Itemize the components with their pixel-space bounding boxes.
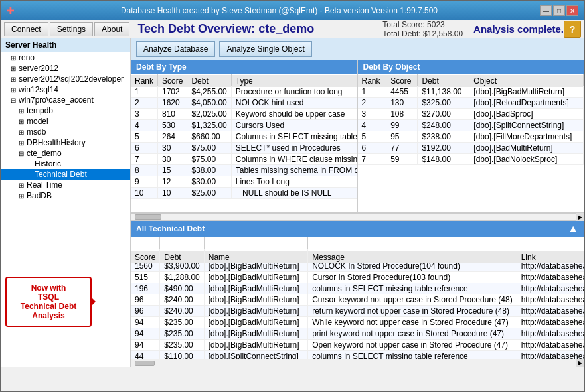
sidebar-item[interactable]: ⊞server2012	[1, 63, 130, 74]
tables-scroll-thumb[interactable]	[135, 214, 161, 220]
table-cell: print keyword not upper case in Stored P…	[308, 328, 517, 340]
title-bar: ✚ Database Health created by Steve Stedm…	[1, 1, 584, 20]
sidebar-item[interactable]: Historic	[1, 159, 130, 169]
table-cell: $25.00	[187, 188, 231, 199]
table-cell: $75.00	[187, 154, 231, 165]
window-controls: — □ ✕	[540, 5, 578, 16]
table-row[interactable]: 4530$1,325.00Cursors Used	[131, 120, 358, 131]
table-cell: $192.00	[418, 143, 469, 154]
table-cell: 94	[131, 317, 160, 328]
bottom-scroll-thumb[interactable]	[135, 361, 155, 366]
table-cell: 59	[386, 154, 418, 165]
table-cell: [dbo].[SplitConnectString]	[469, 120, 584, 131]
table-cell: $235.00	[160, 328, 204, 340]
settings-button[interactable]: Settings	[50, 22, 93, 36]
table-cell: Open keyword not upper case in Stored Pr…	[308, 340, 517, 351]
table-row[interactable]: 11702$4,255.00Procedure or function too …	[131, 86, 358, 98]
analyze-single-object-button[interactable]: Analyze Single Object	[219, 41, 311, 57]
column-header: Rank	[131, 75, 158, 88]
table-cell: $660.00	[187, 131, 231, 143]
table-row[interactable]: 44$110.00[dbo].[SplitConnectString]colum…	[131, 351, 584, 359]
server-health-header: Server Health	[1, 38, 130, 52]
sidebar-item[interactable]: ⊞server2012\sql2012developer	[1, 74, 130, 84]
table-cell: 7	[358, 154, 386, 165]
sidebar-item[interactable]: ⊞msdb	[1, 127, 130, 137]
column-header: Message	[308, 251, 517, 264]
title-bar-text: Database Health created by Steve Stedman…	[19, 6, 540, 15]
table-cell: 15	[158, 165, 187, 176]
table-row[interactable]: 730$75.00Columns in WHERE clause missing…	[131, 154, 358, 165]
close-button[interactable]: ✕	[566, 5, 578, 16]
table-cell: 96	[131, 306, 160, 317]
tree-container: ⊞reno⊞server2012⊞server2012\sql2012devel…	[1, 52, 130, 201]
table-row[interactable]: 815$38.00Tables missing schema in FROM c…	[131, 165, 358, 176]
table-cell: $248.00	[418, 120, 469, 131]
table-row[interactable]: 595$238.00[dbo].[FillMoreDepartments]	[358, 131, 584, 143]
sidebar-item[interactable]: ⊞model	[1, 116, 130, 127]
table-row[interactable]: 630$75.00SELECT* used in Procedures	[131, 143, 358, 154]
table-row[interactable]: 94$235.00[dbo].[BigBadMultiReturn]Open k…	[131, 340, 584, 351]
restore-button[interactable]: □	[553, 5, 565, 16]
sidebar-item[interactable]: ⊞tempdb	[1, 105, 130, 116]
table-row[interactable]: 1010$25.00= NULL should be IS NULL	[131, 188, 358, 199]
table-cell: 515	[131, 272, 160, 283]
table-cell: Lines Too Long	[231, 176, 357, 188]
table-cell: SELECT* used in Procedures	[231, 143, 357, 154]
column-header: Object	[469, 75, 584, 88]
table-cell: 95	[386, 131, 418, 143]
scroll-up-btn[interactable]: ▲	[568, 223, 578, 235]
sidebar-item[interactable]: Technical Debt	[1, 169, 130, 180]
table-row[interactable]: 5264$660.00Columns in SELECT missing tab…	[131, 131, 358, 143]
table-cell: 810	[158, 109, 187, 120]
sidebar-item[interactable]: ⊞win12sql14	[1, 84, 130, 95]
all-technical-debt-table-wrap[interactable]: ScoreDebtNameMessageLink 1702$4,255.00[d…	[131, 237, 584, 359]
table-cell: 30	[158, 143, 187, 154]
table-row[interactable]: 759$148.00[dbo].[BadNolockSproc]	[358, 154, 584, 165]
debt-by-object-section: Debt By Object RankScoreDebtObject 14455…	[358, 60, 584, 212]
connect-button[interactable]: Connect	[4, 22, 48, 36]
table-row[interactable]: 196$490.00[dbo].[BigBadMultiReturn]colum…	[131, 283, 584, 294]
debt-by-type-section: Debt By Type RankScoreDebtType 11702$4,2…	[131, 60, 358, 212]
table-cell: 6	[358, 143, 386, 154]
sidebar-item[interactable]: ⊞BadDB	[1, 190, 130, 201]
table-cell: $148.00	[418, 154, 469, 165]
about-button[interactable]: About	[94, 22, 129, 36]
tables-scrollbar[interactable]: ▶	[131, 213, 584, 221]
bottom-scroll-right-btn[interactable]: ▶	[576, 359, 584, 367]
table-row[interactable]: 499$248.00[dbo].[SplitConnectString]	[358, 120, 584, 131]
table-row[interactable]: 677$192.00[dbo].[BadMultiReturn]	[358, 143, 584, 154]
table-cell: $4,255.00	[187, 86, 231, 98]
table-row[interactable]: 3108$270.00[dbo].[BadSproc]	[358, 109, 584, 120]
table-row[interactable]: 21620$4,050.00NOLOCK hint used	[131, 98, 358, 109]
table-row[interactable]: 96$240.00[dbo].[BigBadMultiReturn]Cursor…	[131, 294, 584, 306]
column-header: Score	[131, 251, 160, 264]
sidebar-item[interactable]: ⊞reno	[1, 52, 130, 63]
table-row[interactable]: 515$1,288.00[dbo].[BigBadMultiReturn]Cur…	[131, 272, 584, 283]
table-cell: http://databasehealth.com/TechnicalD...	[517, 272, 584, 283]
table-row[interactable]: 3810$2,025.00Keyword should be upper cas…	[131, 109, 358, 120]
table-cell: http://databasehealth.com/TechnicalD...	[517, 351, 584, 359]
table-row[interactable]: 94$235.00[dbo].[BigBadMultiReturn]While …	[131, 317, 584, 328]
analyze-database-button[interactable]: Analyze Database	[136, 41, 215, 57]
table-row[interactable]: 2130$325.00[dbo].[ReloadDepartments]	[358, 98, 584, 109]
content-area: Server Health ⊞reno⊞server2012⊞server201…	[1, 38, 584, 367]
table-row[interactable]: 14455$11,138.00[dbo].[BigBadMultiReturn]	[358, 86, 584, 98]
table-row[interactable]: 912$30.00Lines Too Long	[131, 176, 358, 188]
table-cell: http://databasehealth.com/TechnicalD...	[517, 283, 584, 294]
table-cell: http://databasehealth.com/TechnicalD...	[517, 294, 584, 306]
minimize-button[interactable]: —	[540, 5, 552, 16]
help-button[interactable]: ?	[564, 21, 581, 38]
all-technical-debt-header: All Technical Debt ▲	[131, 221, 584, 237]
table-row[interactable]: 94$235.00[dbo].[BigBadMultiReturn]print …	[131, 328, 584, 340]
table-row[interactable]: 96$240.00[dbo].[BigBadMultiReturn]return…	[131, 306, 584, 317]
table-cell: columns in SELECT missing table referenc…	[308, 351, 517, 359]
bottom-scrollbar[interactable]: ▶	[131, 359, 584, 367]
sidebar-item[interactable]: ⊟cte_demo	[1, 148, 130, 159]
sidebar-item[interactable]: ⊟win7pro\case_accent	[1, 95, 130, 105]
table-cell: 10	[158, 188, 187, 199]
table-cell: Keyword should be upper case	[231, 109, 357, 120]
sidebar-item[interactable]: ⊞Real Time	[1, 180, 130, 190]
sidebar-item[interactable]: ⊞DBHealthHistory	[1, 137, 130, 148]
scroll-right-btn[interactable]: ▶	[576, 213, 584, 221]
column-header: Type	[231, 75, 357, 88]
